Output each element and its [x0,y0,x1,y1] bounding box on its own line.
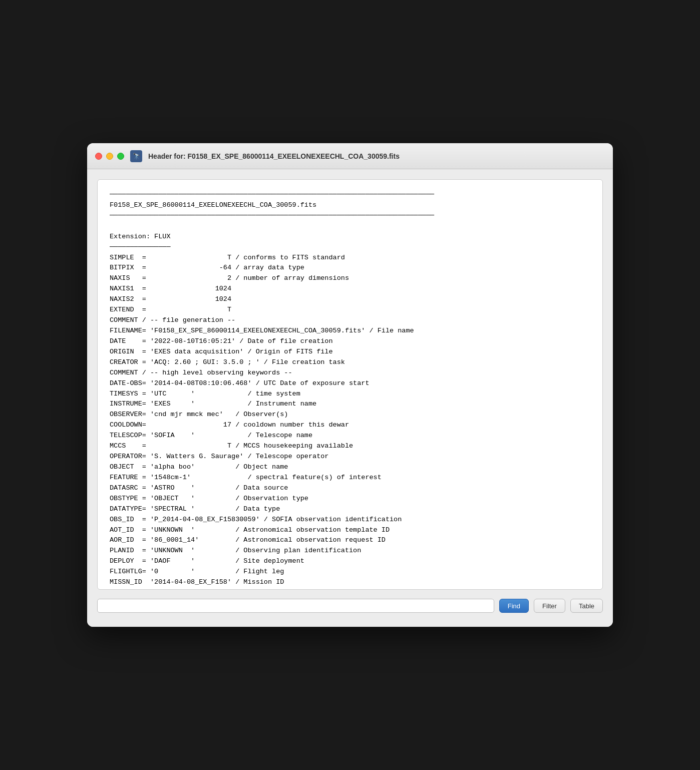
filter-button[interactable]: Filter [534,599,565,613]
main-window: 🔭 Header for: F0158_EX_SPE_86000114_EXEE… [87,143,613,627]
window-icon: 🔭 [130,150,142,162]
titlebar: 🔭 Header for: F0158_EX_SPE_86000114_EXEE… [87,143,613,169]
toolbar: Find Filter Table [97,597,603,617]
traffic-lights [95,153,124,160]
window-title: Header for: F0158_EX_SPE_86000114_EXEELO… [148,152,400,160]
close-button[interactable] [95,153,102,160]
window-content: ────────────────────────────────────────… [87,169,613,627]
minimize-button[interactable] [106,153,113,160]
search-input[interactable] [97,599,494,613]
header-text: ────────────────────────────────────────… [110,190,590,588]
maximize-button[interactable] [117,153,124,160]
table-button[interactable]: Table [570,599,603,613]
header-display: ────────────────────────────────────────… [97,179,603,590]
find-button[interactable]: Find [499,599,529,613]
